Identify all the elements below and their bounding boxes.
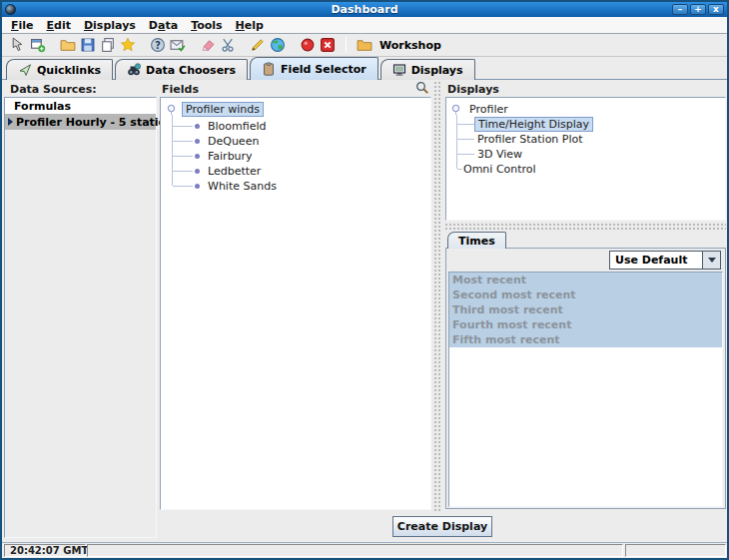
list-item-profiler-hourly[interactable]: Profiler Hourly - 5 stations [5,114,156,130]
leaf-bullet-icon [195,184,200,189]
tree-node-profiler-station-plot[interactable]: Profiler Station Plot [474,132,586,146]
displays-icon [392,63,406,77]
times-item-fifth[interactable]: Fifth most recent [449,332,722,347]
save-icon[interactable] [80,37,96,53]
edit-icon[interactable] [250,37,266,53]
tree-node-white-sands[interactable]: White Sands [195,179,280,193]
close-button[interactable]: x [708,4,724,15]
horizontal-splitter[interactable] [445,224,726,231]
support-request-icon[interactable] [170,37,186,53]
pointer-icon[interactable] [10,37,26,53]
tree-node-profiler-winds[interactable]: Profiler winds [166,102,264,116]
times-pane: Use Default Most recent Second most rece… [445,248,726,509]
chevron-down-icon [708,258,716,263]
combobox-value: Use Default [610,252,702,269]
vertical-splitter[interactable] [434,82,442,511]
maximize-button[interactable]: + [690,4,706,15]
clock-display: 20:42:07 GMT [4,544,86,557]
memory-field [625,544,726,557]
field-selector-icon [262,62,276,76]
menu-edit[interactable]: Edit [47,19,71,32]
expander-icon[interactable] [450,104,461,115]
times-item-fourth[interactable]: Fourth most recent [449,317,722,332]
expander-icon[interactable] [166,104,177,115]
times-list: Most recent Second most recent Third mos… [448,272,723,507]
field-selector-panel: Data Sources: Formulas Profiler Hourly -… [2,80,727,542]
tree-node-3d-view[interactable]: 3D View [474,147,525,161]
exit-icon[interactable] [320,37,336,53]
menu-help[interactable]: Help [236,19,264,32]
title-bar[interactable]: Dashboard – + x [2,2,727,17]
tree-node-profiler[interactable]: Profiler [450,102,511,116]
data-sources-list: Formulas Profiler Hourly - 5 stations [4,97,157,538]
erase-icon[interactable] [200,37,216,53]
status-message-field [87,544,623,557]
tab-field-selector[interactable]: Field Selector [250,57,378,80]
times-mode-combobox[interactable]: Use Default [609,251,721,270]
new-window-icon[interactable] [30,37,46,53]
data-choosers-icon [127,63,141,77]
tree-node-bloomfield[interactable]: Bloomfield [195,119,270,133]
displays-tree: Profiler Time/Height Display Profiler St… [445,97,726,221]
list-item-formulas[interactable]: Formulas [5,98,156,114]
menu-tools[interactable]: Tools [191,19,222,32]
tree-node-omni-control[interactable]: Omni Control [460,162,539,176]
record-icon[interactable] [300,37,316,53]
tree-node-dequeen[interactable]: DeQueen [195,134,262,148]
dashboard-window: Dashboard – + x File Edit Displays Data … [0,0,729,560]
displays-panel-title: Displays [447,83,499,96]
menu-file[interactable]: File [11,19,34,32]
workshop-label: Workshop [379,39,441,52]
globe-icon[interactable] [270,37,286,53]
leaf-bullet-icon [195,154,200,159]
svg-text:?: ? [155,40,161,51]
main-tabbar: Quicklinks Data Choosers Field Selector … [2,57,727,80]
minimize-button[interactable]: – [672,4,688,15]
tree-node-ledbetter[interactable]: Ledbetter [195,164,264,178]
selection-arrow-icon [8,118,13,126]
leaf-bullet-icon [195,139,200,144]
tab-displays[interactable]: Displays [380,59,475,80]
leaf-bullet-icon [195,169,200,174]
tab-quicklinks[interactable]: Quicklinks [6,59,113,80]
quicklinks-icon [18,63,32,77]
data-sources-header: Data Sources: [10,83,97,96]
window-title: Dashboard [2,3,727,16]
copy-icon[interactable] [100,37,116,53]
fields-tree: Profiler winds Bloomfield DeQueen Fairbu… [160,97,431,510]
tab-times[interactable]: Times [447,232,506,249]
times-item-most-recent[interactable]: Most recent [449,273,722,287]
tab-data-choosers[interactable]: Data Choosers [115,59,248,80]
toolbar-separator [346,37,347,53]
tree-node-fairbury[interactable]: Fairbury [195,149,256,163]
create-display-button[interactable]: Create Display [392,516,492,537]
cut-icon[interactable] [220,37,236,53]
menu-displays[interactable]: Displays [84,19,136,32]
toolbar: ? Workshop [2,34,727,57]
tree-node-time-height-display[interactable]: Time/Height Display [474,117,593,131]
fields-panel-title: Fields [162,83,199,96]
times-item-third[interactable]: Third most recent [449,302,722,317]
help-icon[interactable]: ? [150,37,166,53]
status-bar: 20:42:07 GMT [2,542,727,558]
favorite-icon[interactable] [120,37,136,53]
menu-bar: File Edit Displays Data Tools Help [2,17,727,34]
leaf-bullet-icon [195,124,200,129]
workshop-folder-icon[interactable] [357,37,372,53]
times-item-second[interactable]: Second most recent [449,287,722,302]
menu-data[interactable]: Data [149,19,178,32]
open-folder-icon[interactable] [60,37,76,53]
combobox-arrow-button[interactable] [702,252,720,269]
search-icon[interactable] [415,81,430,96]
